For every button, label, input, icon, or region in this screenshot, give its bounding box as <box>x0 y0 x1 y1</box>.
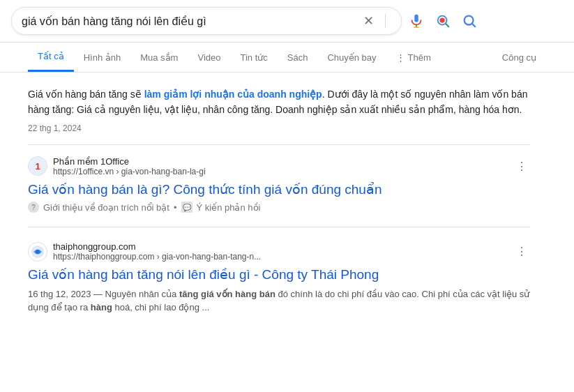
search-submit-icon[interactable] <box>462 13 477 29</box>
svg-point-14 <box>439 17 444 22</box>
lens-icon[interactable] <box>435 13 451 29</box>
snippet-text-before: Giá vốn hàng bán tăng sẽ <box>28 89 144 100</box>
feedback-icon: 💬 <box>181 202 192 213</box>
featured-date: 22 thg 1, 2024 <box>28 123 530 133</box>
tab-books[interactable]: Sách <box>278 44 318 71</box>
result-1-source-info: Phần mềm 1Office https://1office.vn › gi… <box>53 156 206 176</box>
tab-flights[interactable]: Chuyến bay <box>317 44 386 71</box>
result-2-menu[interactable]: ⋮ <box>513 242 530 261</box>
question-icon: ? <box>28 202 39 213</box>
header-icons <box>409 13 477 29</box>
tab-more[interactable]: ⋮ Thêm <box>386 44 441 71</box>
nav-tabs: Tất cả Hình ảnh Mua sắm Video Tin tức Sá… <box>0 43 574 73</box>
result-2-source-name: thaiphonggroup.com <box>53 241 261 252</box>
result-2-title[interactable]: Giá vốn hàng bán tăng nói lên điều gì - … <box>28 266 530 285</box>
result-2-snippet: 16 thg 12, 2023 — Nguyên nhân của tăng g… <box>28 287 530 315</box>
tab-video[interactable]: Video <box>188 44 230 71</box>
search-bar: ✕ <box>11 7 402 35</box>
snippet-highlight: làm giảm lợi nhuận của doanh nghiệp <box>144 89 322 100</box>
result-1-title[interactable]: Giá vốn hàng bán là gì? Công thức tính g… <box>28 181 530 199</box>
tab-shopping[interactable]: Mua sắm <box>130 44 188 71</box>
result-1-source-url: https://1office.vn › gia-von-hang-ban-la… <box>53 167 206 176</box>
result-1-favicon: 1 <box>28 156 47 176</box>
search-divider <box>385 14 386 28</box>
snippet-label: Giới thiệu về đoạn trích nổi bật <box>43 202 169 213</box>
result-2-source-info: thaiphonggroup.com https://thaiphonggrou… <box>53 241 261 262</box>
feedback-label: Ý kiến phản hồi <box>197 202 261 213</box>
result-1-menu[interactable]: ⋮ <box>513 157 530 176</box>
tab-tools[interactable]: Công cụ <box>492 44 546 71</box>
svg-point-19 <box>36 250 40 254</box>
result-2-favicon <box>28 242 47 262</box>
result-2-date: 16 thg 12, 2023 <box>28 289 91 299</box>
search-result-1: 1 Phần mềm 1Office https://1office.vn › … <box>28 156 530 213</box>
result-2-snippet-bold: tăng giá vốn hàng bán <box>179 289 275 299</box>
result-2-source: thaiphonggroup.com https://thaiphonggrou… <box>28 241 530 262</box>
clear-icon[interactable]: ✕ <box>363 13 374 29</box>
mic-icon[interactable] <box>409 13 424 29</box>
tab-images[interactable]: Hình ảnh <box>74 44 131 71</box>
svg-line-17 <box>472 24 475 27</box>
search-result-2: thaiphonggroup.com https://thaiphonggrou… <box>28 227 530 315</box>
search-header: ✕ <box>0 0 574 43</box>
tab-all[interactable]: Tất cả <box>28 43 74 72</box>
tab-news[interactable]: Tin tức <box>230 44 277 71</box>
result-1-snippet-row: ? Giới thiệu về đoạn trích nổi bật • 💬 Ý… <box>28 202 530 213</box>
result-2-snippet-before: — Nguyên nhân của <box>93 289 179 299</box>
snippet-dot: • <box>174 202 177 213</box>
svg-line-15 <box>446 24 448 27</box>
result-1-source: 1 Phần mềm 1Office https://1office.vn › … <box>28 156 530 176</box>
result-2-snippet-end: hoá, chi phí lao động ... <box>112 302 210 312</box>
snippet-separator <box>28 144 530 145</box>
main-content: Giá vốn hàng bán tăng sẽ làm giảm lợi nh… <box>0 73 558 329</box>
result-1-source-name: Phần mềm 1Office <box>53 156 206 167</box>
svg-rect-10 <box>414 15 418 22</box>
featured-snippet: Giá vốn hàng bán tăng sẽ làm giảm lợi nh… <box>28 86 530 118</box>
result-2-snippet-bold2: hàng <box>91 302 112 312</box>
search-input[interactable] <box>22 15 363 27</box>
result-2-source-url: https://thaiphonggroup.com › gia-von-han… <box>53 252 261 262</box>
